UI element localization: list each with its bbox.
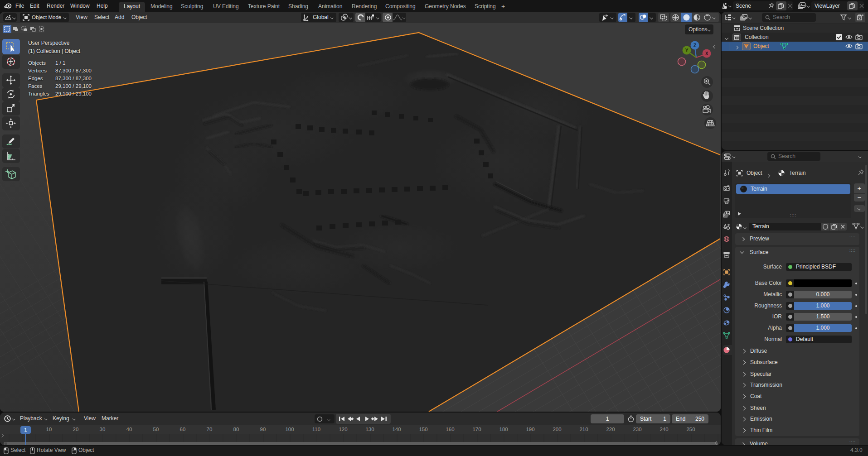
svg-text:X: X (705, 51, 708, 56)
svg-text:Z: Z (693, 43, 696, 48)
svg-text:Y: Y (685, 48, 689, 53)
